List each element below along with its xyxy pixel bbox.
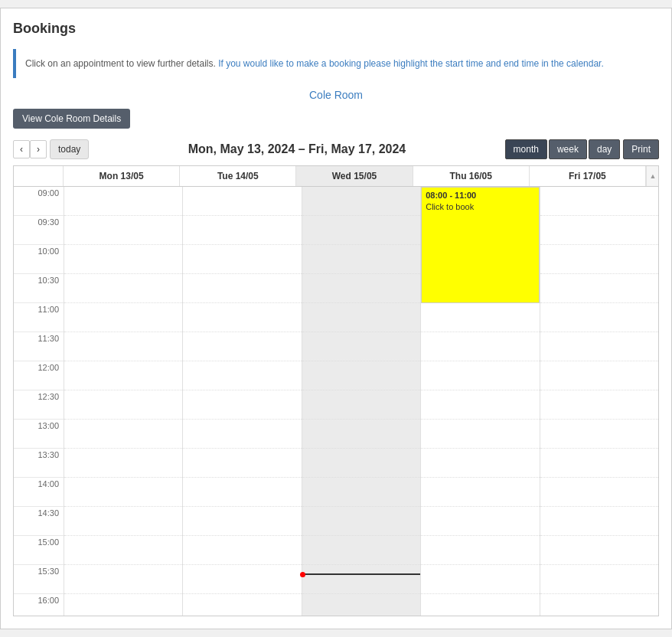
day-slot[interactable] [540, 390, 658, 420]
view-cole-room-details-button[interactable]: View Cole Room Details [13, 109, 130, 129]
day-slot[interactable] [540, 274, 658, 303]
day-slot[interactable] [421, 565, 539, 594]
day-view-button[interactable]: day [589, 139, 620, 159]
day-slot[interactable] [540, 594, 658, 616]
day-slot[interactable] [64, 274, 182, 303]
day-slot[interactable] [302, 361, 420, 390]
day-slot[interactable] [183, 420, 301, 449]
booking-action[interactable]: Click to book [426, 201, 534, 213]
day-slot[interactable] [540, 478, 658, 507]
room-label: Cole Room [13, 89, 659, 101]
day-slot[interactable] [540, 332, 658, 361]
day-slot[interactable] [421, 332, 539, 361]
day-slot[interactable] [421, 449, 539, 478]
week-view-button[interactable]: week [549, 139, 587, 159]
day-slot[interactable] [183, 507, 301, 536]
day-slot[interactable] [302, 449, 420, 478]
day-slot[interactable] [540, 187, 658, 216]
month-view-button[interactable]: month [505, 139, 547, 159]
day-col-fri[interactable] [540, 187, 658, 616]
day-col-thu[interactable]: 08:00 - 11:00Click to book [420, 187, 539, 616]
day-slot[interactable] [302, 303, 420, 332]
day-col-wed[interactable] [302, 187, 420, 616]
day-slot[interactable] [183, 274, 301, 303]
day-slot[interactable] [183, 449, 301, 478]
view-buttons: month week day [505, 139, 621, 159]
day-slot[interactable] [64, 332, 182, 361]
day-slot[interactable] [302, 390, 420, 420]
prev-button[interactable]: ‹ [13, 140, 30, 158]
day-slot[interactable] [64, 536, 182, 565]
day-slot[interactable] [540, 361, 658, 390]
day-col-tue[interactable] [182, 187, 301, 616]
day-slot[interactable] [302, 274, 420, 303]
day-slot[interactable] [64, 390, 182, 420]
day-slot[interactable] [183, 478, 301, 507]
day-slot[interactable] [183, 187, 301, 216]
info-text: Click on an appointment to view further … [25, 57, 650, 70]
day-slot[interactable] [302, 332, 420, 361]
day-slot[interactable] [302, 245, 420, 274]
day-slot[interactable] [183, 245, 301, 274]
day-slot[interactable] [183, 216, 301, 245]
day-slot[interactable] [64, 565, 182, 594]
day-slot[interactable] [421, 536, 539, 565]
day-slot[interactable] [421, 361, 539, 390]
day-slot[interactable] [540, 449, 658, 478]
day-slot[interactable] [64, 187, 182, 216]
time-slot-0930: 09:30 [14, 216, 64, 245]
day-slot[interactable] [540, 245, 658, 274]
day-slot[interactable] [183, 361, 301, 390]
calendar-scroll[interactable]: 09:0009:3010:0010:3011:0011:3012:0012:30… [14, 187, 658, 616]
day-slot[interactable] [302, 565, 420, 594]
day-slot[interactable] [421, 478, 539, 507]
mon-header: Mon 13/05 [64, 166, 180, 186]
day-slot[interactable] [302, 478, 420, 507]
time-slot-1300: 13:00 [14, 420, 64, 449]
day-slot[interactable] [421, 390, 539, 420]
day-slot[interactable] [540, 536, 658, 565]
day-slot[interactable] [64, 507, 182, 536]
day-slot[interactable] [64, 216, 182, 245]
day-slot[interactable] [183, 536, 301, 565]
day-slot[interactable] [540, 303, 658, 332]
day-slot[interactable] [183, 390, 301, 420]
day-slot[interactable] [421, 507, 539, 536]
booking-block[interactable]: 08:00 - 11:00Click to book [421, 187, 539, 303]
day-slot[interactable] [183, 594, 301, 616]
day-slot[interactable] [302, 420, 420, 449]
next-button[interactable]: › [30, 140, 47, 158]
day-slot[interactable] [302, 187, 420, 216]
day-slot[interactable] [302, 216, 420, 245]
day-slot[interactable] [64, 245, 182, 274]
day-slot[interactable] [64, 478, 182, 507]
today-button[interactable]: today [50, 139, 89, 159]
day-slot[interactable] [64, 594, 182, 616]
print-button[interactable]: Print [623, 139, 659, 159]
time-slot-1200: 12:00 [14, 361, 64, 390]
day-slot[interactable] [64, 361, 182, 390]
day-col-mon[interactable] [64, 187, 182, 616]
calendar-header: Mon 13/05 Tue 14/05 Wed 15/05 Thu 16/05 … [14, 166, 658, 187]
day-slot[interactable] [183, 332, 301, 361]
tue-header: Tue 14/05 [180, 166, 296, 186]
day-slot[interactable] [540, 507, 658, 536]
day-slot[interactable] [302, 536, 420, 565]
day-slot[interactable] [540, 420, 658, 449]
day-slot[interactable] [302, 594, 420, 616]
day-slot[interactable] [302, 507, 420, 536]
day-slot[interactable] [64, 303, 182, 332]
time-slot-1030: 10:30 [14, 274, 64, 303]
day-slot[interactable] [540, 565, 658, 594]
day-slot[interactable] [183, 565, 301, 594]
day-slot[interactable] [421, 594, 539, 616]
day-slot[interactable] [64, 420, 182, 449]
time-slot-1230: 12:30 [14, 390, 64, 420]
day-slot[interactable] [183, 303, 301, 332]
day-slot[interactable] [540, 216, 658, 245]
day-slot[interactable] [421, 420, 539, 449]
header-scroll-spacer: ▲ [646, 166, 658, 186]
day-slot[interactable] [64, 449, 182, 478]
day-slot[interactable] [421, 303, 539, 332]
time-slot-1000: 10:00 [14, 245, 64, 274]
